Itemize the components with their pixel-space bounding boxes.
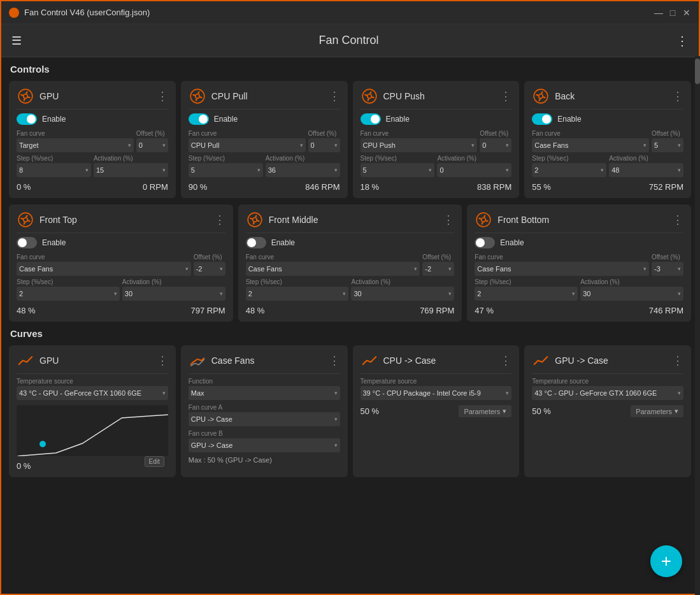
card-header-back: Back ⋮ xyxy=(532,87,683,105)
control-card-back: Back ⋮ Enable Fan curve Case Fans Offset… xyxy=(524,81,691,198)
toggle-back[interactable] xyxy=(532,113,552,125)
card-dots-cpu-pull[interactable]: ⋮ xyxy=(329,90,340,102)
rpm-value-front-bottom: 746 RPM xyxy=(649,306,683,315)
card-dots-front-top[interactable]: ⋮ xyxy=(214,214,225,226)
fan-curve-field-back: Fan curve Case Fans xyxy=(532,130,649,152)
card-dots-back[interactable]: ⋮ xyxy=(672,90,683,102)
curve-dots-gpu-case-curve[interactable]: ⋮ xyxy=(672,355,683,366)
divider-front-bottom xyxy=(475,233,683,233)
card-dots-gpu[interactable]: ⋮ xyxy=(157,90,168,102)
activation-label-gpu: Activation (%) xyxy=(94,155,168,162)
controls-section-title: Controls xyxy=(9,64,691,75)
rpm-value-back: 752 RPM xyxy=(649,182,683,192)
offset-label-cpu-pull: Offset (%) xyxy=(308,130,340,137)
card-dots-front-middle[interactable]: ⋮ xyxy=(443,214,454,226)
header: ☰ Fan Control ⋮ xyxy=(1,24,699,57)
control-card-front-middle: Front Middle ⋮ Enable Fan curve Case Fan… xyxy=(238,204,462,322)
card-footer-gpu: 0 % 0 RPM xyxy=(17,182,168,192)
offset-label-back: Offset (%) xyxy=(652,130,683,137)
offset-label-front-top: Offset (%) xyxy=(194,254,225,261)
card-footer-cpu-pull: 90 % 846 RPM xyxy=(189,182,340,192)
scrollbar-track[interactable] xyxy=(695,56,700,595)
enable-label-cpu-push: Enable xyxy=(386,115,410,124)
edit-button-gpu-curve[interactable]: Edit xyxy=(145,456,164,467)
step-field-front-middle: Step (%/sec) 2 xyxy=(246,278,349,301)
function-label-case-fans-curve: Function xyxy=(189,378,340,385)
offset-field-front-top: Offset (%) -2 xyxy=(194,254,225,276)
card-header-cpu-push: CPU Push ⋮ xyxy=(361,87,512,105)
card-header-front-bottom: Front Bottom ⋮ xyxy=(475,211,683,229)
activation-label-back: Activation (%) xyxy=(609,155,683,162)
maximize-button[interactable]: □ xyxy=(668,8,677,17)
svg-point-6 xyxy=(534,89,548,103)
enable-label-front-bottom: Enable xyxy=(500,238,524,247)
step-activation-row-back: Step (%/sec) 2 Activation (%) 48 xyxy=(532,155,683,177)
toggle-gpu[interactable] xyxy=(17,113,37,125)
step-field-back: Step (%/sec) 2 xyxy=(532,155,606,177)
header-more-icon[interactable]: ⋮ xyxy=(676,33,689,48)
curve-dots-case-fans-curve[interactable]: ⋮ xyxy=(329,355,340,366)
control-card-cpu-pull: CPU Pull ⋮ Enable Fan curve CPU Pull Off… xyxy=(181,81,348,198)
close-button[interactable]: ✕ xyxy=(682,8,691,17)
toggle-cpu-pull[interactable] xyxy=(189,113,209,125)
card-title-front-middle: Front Middle xyxy=(269,215,318,225)
curve-icon-gpu-case-curve xyxy=(532,352,550,369)
activation-field-gpu: Activation (%) 15 xyxy=(94,155,168,177)
toggle-knob-front-middle xyxy=(247,238,256,247)
max-label-case-fans-curve: Max : 50 % (GPU -> Case) xyxy=(189,456,340,464)
fan-curve-label-front-top: Fan curve xyxy=(17,254,191,261)
percent-value-cpu-pull: 90 % xyxy=(189,182,208,192)
activation-label-cpu-pull: Activation (%) xyxy=(266,155,340,162)
temp-source-label-cpu-case-curve: Temperature source xyxy=(361,378,512,385)
rpm-value-front-top: 797 RPM xyxy=(190,306,225,315)
card-dots-front-bottom[interactable]: ⋮ xyxy=(672,214,683,226)
parameters-row-gpu-case-curve: 50 % Parameters ▾ xyxy=(532,405,683,417)
toggle-knob-front-bottom xyxy=(476,238,485,247)
controls-bottom-row: Front Top ⋮ Enable Fan curve Case Fans O… xyxy=(9,204,691,322)
toggle-front-bottom[interactable] xyxy=(475,237,495,248)
rpm-value-front-middle: 769 RPM xyxy=(420,306,454,315)
svg-point-4 xyxy=(362,89,376,103)
toggle-front-top[interactable] xyxy=(17,237,37,248)
add-button[interactable]: + xyxy=(650,545,682,577)
scrollbar-thumb[interactable] xyxy=(695,59,700,84)
rpm-value-cpu-push: 838 RPM xyxy=(477,182,511,192)
fan-curve-label-front-bottom: Fan curve xyxy=(475,254,649,261)
card-footer-front-top: 48 % 797 RPM xyxy=(17,306,225,315)
control-card-front-top: Front Top ⋮ Enable Fan curve Case Fans O… xyxy=(9,204,233,322)
card-dots-cpu-push[interactable]: ⋮ xyxy=(500,90,511,102)
percent-value-front-middle: 48 % xyxy=(246,306,265,315)
offset-field-cpu-pull: Offset (%) 0 xyxy=(308,130,340,152)
percent-value-front-top: 48 % xyxy=(17,306,36,315)
fan-curve-field-front-bottom: Fan curve Case Fans xyxy=(475,254,649,276)
fan-icon-cpu-pull xyxy=(189,87,206,105)
curve-dots-gpu-curve[interactable]: ⋮ xyxy=(157,355,168,366)
svg-point-5 xyxy=(367,94,371,99)
parameters-button-gpu-case-curve[interactable]: Parameters ▾ xyxy=(631,405,683,417)
parameters-button-cpu-case-curve[interactable]: Parameters ▾ xyxy=(459,405,511,417)
curves-section-title: Curves xyxy=(9,328,691,339)
curve-dots-cpu-case-curve[interactable]: ⋮ xyxy=(500,355,511,366)
curve-card-cpu-case-curve: CPU -> Case ⋮ Temperature source 39 °C -… xyxy=(353,345,520,477)
minimize-button[interactable]: — xyxy=(654,8,663,17)
svg-point-2 xyxy=(190,89,204,103)
curve-icon-gpu-curve xyxy=(17,352,34,369)
card-footer-back: 55 % 752 RPM xyxy=(532,182,683,192)
divider-back xyxy=(532,109,683,110)
activation-field-cpu-push: Activation (%) 0 xyxy=(437,155,511,177)
toggle-front-middle[interactable] xyxy=(246,237,266,248)
fields-row-front-middle: Fan curve Case Fans Offset (%) -2 xyxy=(246,254,455,276)
fan-curve-field-cpu-push: Fan curve CPU Push xyxy=(361,130,478,152)
fan-curve-label-cpu-push: Fan curve xyxy=(361,130,478,137)
hamburger-menu-icon[interactable]: ☰ xyxy=(11,34,22,48)
enable-label-front-middle: Enable xyxy=(271,238,295,247)
card-title-back: Back xyxy=(555,91,575,101)
divider-cpu-push xyxy=(361,109,512,110)
svg-point-11 xyxy=(252,218,257,222)
divider-cpu-pull xyxy=(189,109,340,110)
gpu-curve-percent: 0 % xyxy=(17,461,31,471)
toggle-cpu-push[interactable] xyxy=(361,113,381,125)
svg-point-12 xyxy=(476,213,490,227)
curve-percent-cpu-case-curve: 50 % xyxy=(361,406,380,416)
fan-curve-field-cpu-pull: Fan curve CPU Pull xyxy=(189,130,306,152)
